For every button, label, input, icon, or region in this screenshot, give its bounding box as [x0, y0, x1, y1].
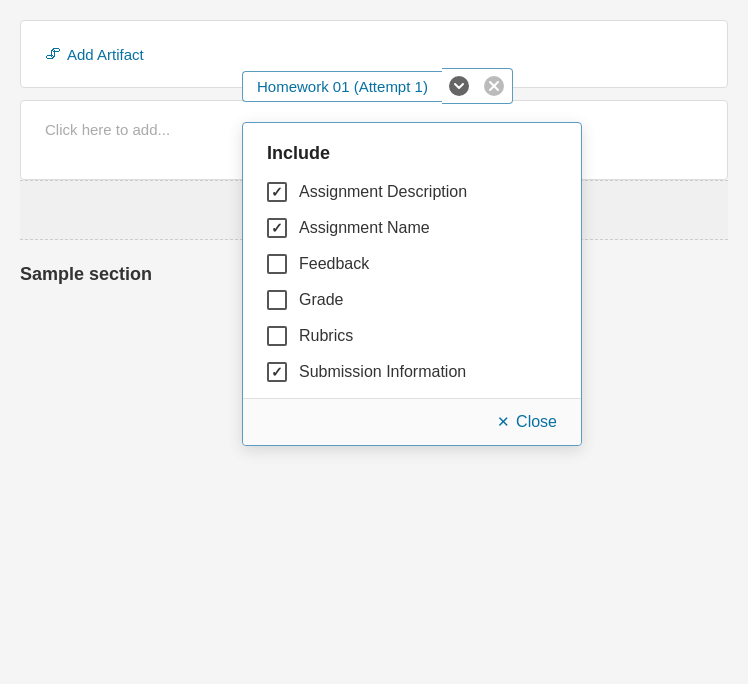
checkbox-label-submission-information: Submission Information: [299, 363, 466, 381]
paperclip-icon: 🖇: [45, 45, 61, 63]
close-x-icon: ✕: [497, 413, 510, 431]
close-label: Close: [516, 413, 557, 431]
close-icon: [483, 75, 505, 97]
popover-trigger-label[interactable]: Homework 01 (Attempt 1): [242, 71, 442, 102]
checkbox-rubrics[interactable]: [267, 326, 287, 346]
checkbox-label-assignment-name: Assignment Name: [299, 219, 430, 237]
checkbox-list: Assignment DescriptionAssignment NameFee…: [267, 182, 557, 382]
checkbox-grade[interactable]: [267, 290, 287, 310]
checkbox-item-assignment-description[interactable]: Assignment Description: [267, 182, 557, 202]
checkbox-item-grade[interactable]: Grade: [267, 290, 557, 310]
checkbox-assignment-name[interactable]: [267, 218, 287, 238]
popover-panel: Include Assignment DescriptionAssignment…: [242, 122, 582, 446]
checkbox-label-feedback: Feedback: [299, 255, 369, 273]
checkbox-item-rubrics[interactable]: Rubrics: [267, 326, 557, 346]
checkbox-label-rubrics: Rubrics: [299, 327, 353, 345]
checkbox-feedback[interactable]: [267, 254, 287, 274]
checkbox-item-submission-information[interactable]: Submission Information: [267, 362, 557, 382]
popover-footer: ✕ Close: [243, 398, 581, 445]
checkbox-assignment-description[interactable]: [267, 182, 287, 202]
popover-trigger-chevron[interactable]: [442, 68, 476, 104]
popover-title: Include: [267, 143, 557, 164]
checkbox-item-feedback[interactable]: Feedback: [267, 254, 557, 274]
checkbox-submission-information[interactable]: [267, 362, 287, 382]
add-artifact-label: Add Artifact: [67, 46, 144, 63]
popover-trigger-bar: Homework 01 (Attempt 1): [242, 68, 513, 104]
checkbox-label-grade: Grade: [299, 291, 343, 309]
popover-trigger-close-button[interactable]: [476, 68, 513, 104]
popover-body: Include Assignment DescriptionAssignment…: [243, 123, 581, 398]
checkbox-item-assignment-name[interactable]: Assignment Name: [267, 218, 557, 238]
click-placeholder: Click here to add...: [45, 121, 170, 138]
add-artifact-button[interactable]: 🖇 Add Artifact: [45, 41, 144, 67]
sample-section-title: Sample section: [20, 264, 152, 284]
page: 🖇 Add Artifact Homework 01 (Attempt 1) C…: [0, 20, 748, 684]
checkbox-label-assignment-description: Assignment Description: [299, 183, 467, 201]
chevron-down-icon: [448, 75, 470, 97]
svg-point-0: [449, 76, 469, 96]
close-button[interactable]: ✕ Close: [497, 413, 557, 431]
